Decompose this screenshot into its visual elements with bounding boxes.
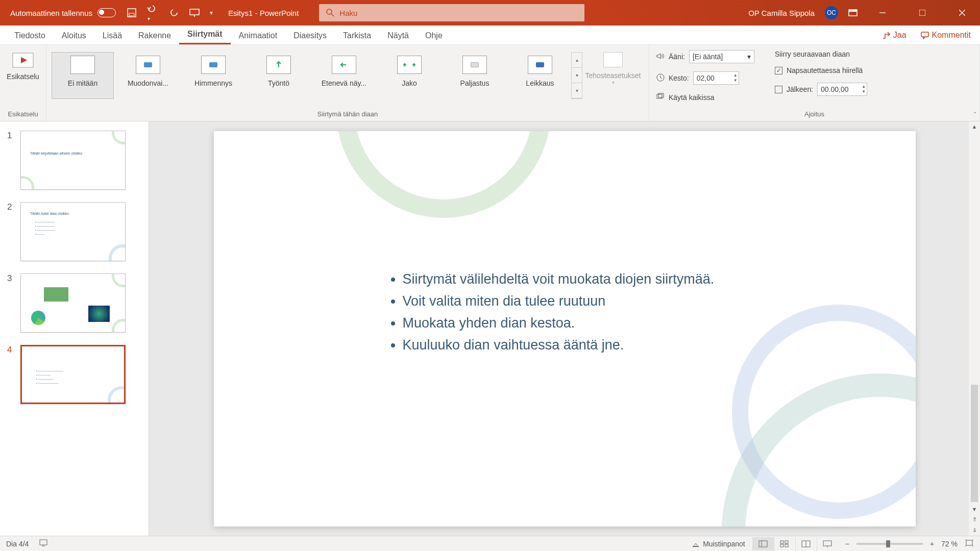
- fit-window-button[interactable]: [965, 539, 974, 548]
- maximize-button[interactable]: [908, 0, 937, 26]
- ribbon-display-icon[interactable]: [848, 9, 857, 16]
- reading-view-button[interactable]: [795, 537, 817, 550]
- transition-wipe[interactable]: Etenevä näy...: [313, 52, 375, 99]
- svg-rect-18: [40, 540, 47, 545]
- transition-none[interactable]: Ei mitään: [52, 52, 114, 99]
- scroll-down-icon[interactable]: ▼: [972, 504, 977, 514]
- advance-title: Siirry seuraavaan diaan: [775, 50, 850, 58]
- thumbnail-3[interactable]: 3: [7, 273, 141, 333]
- comments-button[interactable]: Kommentit: [921, 31, 971, 40]
- ribbon-body: Esikatselu Esikatselu Ei mitään Muodonva…: [0, 45, 980, 121]
- thumbnail-2[interactable]: 2 Tähän tulee taas otsikko• ———————• ———…: [7, 202, 141, 261]
- tab-siirtymat[interactable]: Siirtymät: [179, 24, 230, 44]
- group-label-preview: Esikatselu: [5, 110, 41, 121]
- svg-line-5: [331, 14, 334, 16]
- notes-button[interactable]: Muistiinpanot: [692, 540, 745, 548]
- after-input[interactable]: 00.00,00▲▼: [817, 83, 867, 96]
- ribbon-right-actions: Jaa Kommentit: [882, 26, 971, 45]
- scrollbar-thumb[interactable]: [971, 385, 978, 502]
- svg-rect-9: [919, 10, 925, 16]
- zoom-in-button[interactable]: +: [930, 540, 934, 548]
- svg-rect-24: [780, 544, 783, 547]
- accessibility-icon[interactable]: [39, 538, 48, 549]
- svg-rect-25: [785, 544, 788, 547]
- close-button[interactable]: [947, 0, 977, 26]
- tab-nayta[interactable]: Näytä: [379, 26, 417, 44]
- svg-rect-12: [921, 32, 928, 37]
- tab-diaesitys[interactable]: Diaesitys: [285, 26, 335, 44]
- transition-split[interactable]: Jako: [378, 52, 440, 99]
- gallery-spinner[interactable]: ▴ ▾ ▾: [571, 52, 582, 99]
- svg-point-4: [327, 9, 332, 14]
- tab-animaatiot[interactable]: Animaatiot: [231, 26, 286, 44]
- group-transitions: Ei mitään Muodonvai... Himmennys Työntö …: [46, 45, 649, 121]
- zoom-out-button[interactable]: −: [845, 540, 849, 548]
- thumbnail-1[interactable]: 1 Tähän kirjoitetaan aiheen otsikko: [7, 131, 141, 190]
- duration-label: Kesto:: [669, 74, 689, 82]
- gallery-down-icon[interactable]: ▾: [572, 68, 582, 83]
- tab-ohje[interactable]: Ohje: [417, 26, 451, 44]
- after-checkbox[interactable]: [775, 86, 782, 93]
- apply-all-button[interactable]: Käytä kaikissa: [656, 93, 754, 102]
- sound-combo[interactable]: [Ei ääntä]▾: [689, 50, 754, 63]
- tab-aloitus[interactable]: Aloitus: [54, 26, 94, 44]
- sorter-view-button[interactable]: [774, 537, 795, 550]
- slide-canvas[interactable]: Siirtymät välilehdeltä voit muokata dioj…: [214, 131, 916, 527]
- qat-more-icon[interactable]: ▾: [210, 9, 213, 16]
- user-avatar[interactable]: OC: [825, 6, 838, 19]
- search-icon: [326, 9, 334, 17]
- workspace: 1 Tähän kirjoitetaan aiheen otsikko 2 Tä…: [0, 121, 980, 536]
- scroll-up-icon[interactable]: ▲: [972, 121, 977, 132]
- thumbnail-4[interactable]: 4 • ——————————• —————• ——————• ————————: [7, 345, 141, 404]
- slide-body-text[interactable]: Siirtymät välilehdeltä voit muokata dioj…: [403, 271, 715, 359]
- search-box[interactable]: Haku: [319, 4, 584, 21]
- transition-reveal[interactable]: Paljastus: [444, 52, 506, 99]
- tab-tarkista[interactable]: Tarkista: [335, 26, 379, 44]
- present-icon[interactable]: [189, 8, 200, 17]
- slideshow-button[interactable]: [817, 537, 838, 550]
- on-click-checkbox[interactable]: ✓: [775, 67, 782, 74]
- minimize-button[interactable]: [868, 0, 897, 26]
- gallery-up-icon[interactable]: ▴: [572, 53, 582, 68]
- transition-fade[interactable]: Himmennys: [182, 52, 244, 99]
- tab-tiedosto[interactable]: Tiedosto: [6, 26, 54, 44]
- normal-view-button[interactable]: [752, 537, 774, 550]
- zoom-slider[interactable]: [856, 543, 923, 545]
- autosave-toggle[interactable]: [97, 8, 116, 17]
- sound-icon: [656, 53, 665, 61]
- group-preview: Esikatselu Esikatselu: [0, 45, 46, 121]
- clock-icon: [656, 73, 665, 83]
- gallery-more-icon[interactable]: ▾: [572, 83, 582, 98]
- search-placeholder: Haku: [339, 9, 357, 17]
- vertical-scrollbar[interactable]: ▲ ▼ ⇑ ⇓: [969, 121, 980, 536]
- slide-counter[interactable]: Dia 4/4: [6, 540, 29, 548]
- decor-ring: [336, 131, 551, 218]
- preview-button[interactable]: Esikatselu: [5, 48, 41, 81]
- redo-icon[interactable]: [170, 8, 179, 17]
- transition-push[interactable]: Työntö: [248, 52, 310, 99]
- ribbon-collapse-icon[interactable]: ˆ: [974, 112, 976, 119]
- tab-rakenne[interactable]: Rakenne: [130, 26, 179, 44]
- sound-label: Ääni:: [669, 53, 685, 61]
- svg-rect-23: [785, 541, 788, 543]
- transition-cut[interactable]: Leikkaus: [509, 52, 571, 99]
- transition-morph[interactable]: Muodonvai...: [117, 52, 179, 99]
- svg-rect-20: [759, 541, 767, 547]
- tab-lisaa[interactable]: Lisää: [94, 26, 130, 44]
- slide-editor[interactable]: Siirtymät välilehdeltä voit muokata dioj…: [149, 121, 980, 536]
- zoom-level[interactable]: 72 %: [941, 540, 958, 548]
- svg-rect-22: [780, 541, 783, 543]
- titlebar-right: OP Camilla Sippola OC: [748, 0, 980, 26]
- duration-input[interactable]: 02,00▲▼: [693, 71, 739, 85]
- group-label-transition: Siirtymä tähän diaan: [52, 110, 644, 121]
- save-icon[interactable]: [127, 8, 136, 17]
- next-slide-icon[interactable]: ⇓: [972, 525, 977, 536]
- preview-icon: [12, 52, 34, 70]
- title-bar: Automaattinen tallennus ▾ ▾ Esitys1 - Po…: [0, 0, 980, 26]
- undo-icon[interactable]: ▾: [146, 4, 160, 22]
- share-button[interactable]: Jaa: [882, 31, 906, 40]
- after-label: Jälkeen:: [787, 85, 813, 93]
- effect-options-button[interactable]: Tehosteasetukset ▾: [582, 48, 644, 99]
- prev-slide-icon[interactable]: ⇑: [972, 514, 977, 525]
- document-title: Esitys1 - PowerPoint: [228, 9, 299, 17]
